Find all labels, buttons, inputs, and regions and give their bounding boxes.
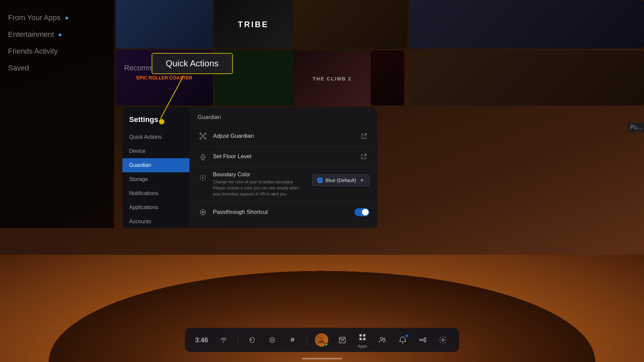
taskbar-time: 3:46 — [195, 336, 208, 344]
boundary-color-label: Boundary Color — [213, 172, 312, 178]
notification-dot-2 — [59, 34, 61, 36]
adjust-guardian-item[interactable]: Adjust Guardian — [198, 126, 369, 146]
share-icon[interactable] — [417, 334, 429, 346]
adjust-guardian-label: Adjust Guardian — [213, 133, 359, 139]
svg-rect-23 — [359, 338, 362, 340]
left-navigation: From Your Apps Entertainment Friends Act… — [0, 0, 114, 228]
settings-nav-device[interactable]: Device — [122, 144, 190, 158]
svg-rect-22 — [363, 334, 365, 337]
controller-left-icon[interactable] — [246, 334, 258, 346]
dropdown-arrow-icon: ▼ — [360, 178, 364, 183]
settings-nav-guardian[interactable]: Guardian — [122, 158, 190, 172]
settings-title: Settings — [122, 115, 190, 130]
svg-point-27 — [420, 339, 421, 341]
apps-icon-col: Apps — [356, 331, 368, 349]
svg-point-9 — [203, 212, 204, 213]
settings-panel: Settings Quick Actions Device Guardian S… — [122, 107, 377, 228]
app-tile-3[interactable] — [293, 0, 408, 49]
passthrough-shortcut-row: Passthrough Shortcut — [198, 202, 369, 222]
nav-item-saved[interactable]: Saved — [8, 60, 106, 76]
taskbar-bar: 3:46 — [185, 328, 459, 352]
controller-right-icon[interactable] — [266, 334, 278, 346]
tooltip-dot — [159, 119, 164, 124]
nav-item-from-apps[interactable]: From Your Apps — [8, 9, 106, 26]
app-tile-7[interactable] — [371, 50, 404, 106]
svg-point-15 — [271, 339, 272, 340]
app-tile-climb[interactable]: THE CLIMB 2 — [293, 51, 371, 106]
nav-item-friends[interactable]: Friends Activity — [8, 43, 106, 60]
settings-sidebar: Settings Quick Actions Device Guardian S… — [122, 107, 190, 228]
svg-point-26 — [383, 338, 385, 340]
controller-hand-icon[interactable] — [286, 334, 298, 346]
passthrough-toggle[interactable] — [355, 208, 369, 216]
adjust-guardian-launch-icon[interactable] — [359, 131, 369, 141]
svg-point-1 — [202, 135, 204, 137]
svg-point-25 — [380, 338, 383, 340]
settings-nav-accounts[interactable]: Accounts — [122, 215, 190, 228]
svg-point-17 — [271, 340, 272, 341]
tribe-logo: TRIBE — [238, 20, 269, 29]
toggle-knob — [362, 209, 369, 216]
svg-point-29 — [424, 341, 426, 342]
svg-point-14 — [270, 337, 274, 343]
quick-actions-box: Quick Actions — [152, 53, 233, 74]
partial-right-text: Pu... — [628, 122, 644, 132]
apps-label: Apps — [358, 344, 367, 349]
settings-nav-storage[interactable]: Storage — [122, 172, 190, 186]
set-floor-level-launch-icon[interactable] — [359, 151, 369, 162]
svg-rect-24 — [363, 338, 365, 340]
store-icon[interactable] — [336, 334, 348, 346]
svg-point-3 — [205, 133, 206, 134]
passthrough-label: Passthrough Shortcut — [213, 209, 355, 216]
svg-point-5 — [205, 138, 206, 139]
settings-nav-quick-actions[interactable]: Quick Actions — [122, 130, 190, 144]
adjust-guardian-icon — [198, 131, 208, 141]
notifications-wrapper — [396, 334, 409, 346]
set-floor-level-item[interactable]: Set Floor Level — [198, 146, 369, 167]
svg-point-16 — [272, 339, 273, 340]
svg-point-2 — [200, 133, 201, 134]
passthrough-icon — [198, 207, 208, 218]
settings-nav-notifications[interactable]: Notifications — [122, 186, 190, 200]
settings-section-title: Guardian — [198, 114, 369, 121]
app-tile-8[interactable] — [409, 50, 644, 106]
boundary-color-desc: Change the color of your Guardian bounda… — [213, 179, 300, 197]
wifi-icon — [217, 334, 229, 346]
notification-badge — [405, 335, 408, 337]
people-icon[interactable] — [376, 334, 388, 346]
color-label: Blue (Default) — [325, 177, 357, 183]
nav-item-entertainment[interactable]: Entertainment — [8, 26, 106, 43]
settings-gear-icon[interactable] — [437, 334, 449, 346]
notification-dot — [65, 17, 68, 19]
svg-point-19 — [320, 337, 323, 340]
quick-actions-tooltip: Quick Actions — [152, 53, 233, 74]
svg-point-4 — [200, 138, 201, 139]
app-tile-tribe[interactable]: TRIBE — [215, 0, 292, 49]
svg-point-30 — [442, 339, 444, 341]
avatar-icon[interactable] — [315, 333, 328, 347]
set-floor-level-label: Set Floor Level — [213, 153, 359, 160]
set-floor-level-icon — [198, 151, 208, 162]
epic-tile-label: Epic Roller Coaster — [137, 75, 192, 81]
boundary-color-icon — [198, 172, 208, 183]
svg-point-28 — [424, 338, 426, 340]
scroll-indicator-area — [302, 358, 342, 359]
settings-content: Guardian Adjust Guardian — [190, 107, 377, 228]
avatar-online-indicator — [324, 343, 328, 346]
svg-point-18 — [272, 340, 273, 341]
app-tile-4[interactable] — [409, 0, 644, 49]
boundary-info: Boundary Color Change the color of your … — [213, 172, 312, 197]
app-tile-1[interactable] — [116, 0, 213, 49]
settings-nav-applications[interactable]: Applications — [122, 200, 190, 215]
svg-point-8 — [202, 177, 204, 178]
taskbar: 3:46 — [185, 328, 459, 352]
recommended-label: Recomm — [124, 64, 154, 72]
climb-label: THE CLIMB 2 — [313, 76, 352, 81]
color-dot-blue — [317, 178, 323, 183]
apps-icon[interactable] — [356, 331, 368, 343]
taskbar-divider-1 — [237, 335, 238, 345]
svg-rect-21 — [359, 334, 362, 337]
boundary-color-dropdown[interactable]: Blue (Default) ▼ — [312, 174, 369, 186]
scroll-indicator — [302, 358, 342, 359]
taskbar-divider-2 — [306, 335, 307, 345]
